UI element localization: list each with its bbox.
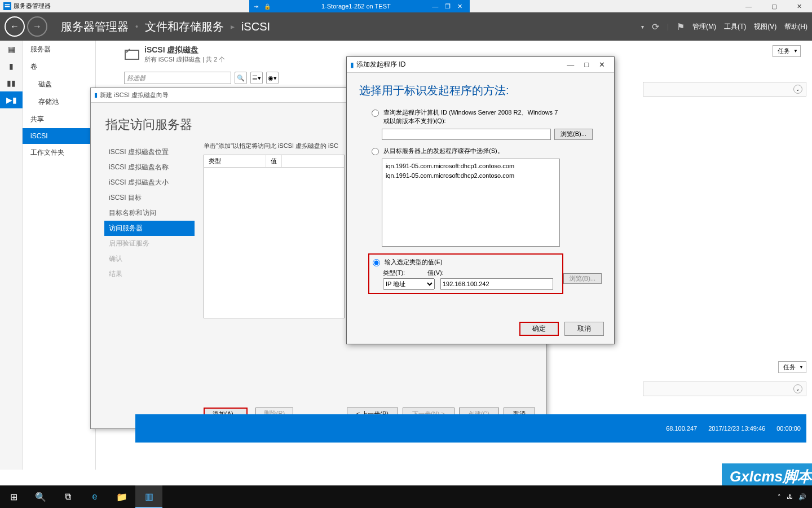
header-tools: ▾ ⟳ | ⚑ 管理(M) 工具(T) 视图(V) 帮助(H) — [641, 21, 807, 32]
search-button[interactable]: 🔍 — [27, 485, 54, 508]
radio-enter-value[interactable] — [373, 259, 380, 266]
sidebar-item-pools[interactable]: 存储池 — [23, 93, 95, 111]
wizard-step[interactable]: iSCSI 虚拟磁盘大小 — [104, 175, 195, 190]
vm-minimize-button[interactable]: — — [430, 3, 440, 10]
tray-network-icon[interactable]: 🖧 — [787, 493, 793, 500]
search-icon[interactable]: 🔍 — [235, 72, 247, 84]
tray-up-icon[interactable]: ˄ — [778, 493, 781, 501]
cache-item[interactable]: iqn.1991-05.com.microsoft:dhcp2.contoso.… — [386, 171, 556, 181]
tray[interactable]: ˄ 🖧 🔊 — [778, 493, 812, 501]
ok-button[interactable]: 确定 — [519, 322, 559, 336]
sidebar-item-disks[interactable]: 磁盘 — [23, 76, 95, 93]
nav-forward-button[interactable]: → — [27, 16, 47, 37]
pin-icon[interactable]: ⇥ — [254, 3, 258, 10]
wizard-icon: ▮ — [94, 91, 98, 99]
tasks-dropdown-2[interactable]: 任务 — [778, 361, 806, 373]
tools-menu[interactable]: 工具(T) — [724, 22, 746, 32]
dropdown-icon[interactable]: ▾ — [641, 24, 644, 30]
all-servers-icon[interactable]: ▮▮ — [0, 75, 23, 91]
ie-icon[interactable]: e — [81, 485, 108, 508]
vm-title: 1-Storage1-252 on TEST — [321, 3, 391, 10]
initiator-cache-list[interactable]: iqn.1991-05.com.microsoft:dhcp1.contoso.… — [382, 159, 560, 247]
sidebar-item-iscsi[interactable]: iSCSI — [23, 128, 95, 144]
radio-enter-label: 输入选定类型的值(E) — [385, 258, 443, 266]
close-button[interactable]: ✕ — [787, 0, 812, 12]
fileservices-icon[interactable]: ▶▮ — [0, 91, 23, 108]
manage-menu[interactable]: 管理(M) — [692, 22, 716, 32]
query-input[interactable] — [382, 129, 551, 140]
dialog-title: 添加发起程序 ID — [356, 60, 405, 69]
cache-item[interactable]: iqn.1991-05.com.microsoft:dhcp1.contoso.… — [386, 161, 556, 171]
dialog-close-button[interactable]: ✕ — [599, 60, 605, 69]
breadcrumb-root[interactable]: 服务器管理器 — [61, 19, 129, 34]
wizard-step: 结果 — [104, 266, 195, 282]
breadcrumb-leaf: iSCSI — [241, 20, 270, 33]
filter-input[interactable] — [124, 72, 231, 84]
dialog-title-bar: ▮ 添加发起程序 ID — □ ✕ — [347, 57, 614, 73]
col-type: 类型 — [204, 155, 266, 167]
dialog-icon: ▮ — [350, 61, 354, 69]
flag-icon[interactable]: ⚑ — [677, 21, 685, 32]
initiators-table[interactable]: 类型 值 — [204, 155, 345, 318]
type-select[interactable]: IP 地址 — [383, 278, 435, 290]
sidebar: 服务器 卷 磁盘 存储池 共享 iSCSI 工作文件夹 — [23, 41, 96, 470]
dashboard-icon[interactable]: ▦ — [0, 41, 23, 58]
wizard-step[interactable]: 目标名称和访问 — [104, 205, 195, 221]
selected-session-row[interactable]: 68.100.247 2017/12/23 13:49:46 00:00:00 — [135, 414, 806, 443]
wizard-step[interactable]: iSCSI 虚拟磁盘位置 — [104, 144, 195, 160]
minimize-button[interactable]: — — [736, 0, 761, 12]
chevron-down-icon[interactable]: ⌄ — [793, 85, 802, 94]
wizard-step-active[interactable]: 访问服务器 — [104, 221, 195, 236]
value-label: 值(V): — [427, 269, 444, 277]
wizard-step[interactable]: iSCSI 目标 — [104, 190, 195, 205]
wizard-step[interactable]: iSCSI 虚拟磁盘名称 — [104, 160, 195, 175]
app-icon — [3, 2, 11, 10]
sidebar-item-workfolders[interactable]: 工作文件夹 — [23, 144, 95, 161]
start-button[interactable]: ⊞ — [0, 485, 27, 508]
radio-cache[interactable] — [372, 148, 379, 155]
maximize-button[interactable]: ▢ — [761, 0, 787, 12]
browse-button-disabled: 浏览(B)... — [563, 273, 602, 284]
sidebar-item-shares[interactable]: 共享 — [23, 111, 95, 128]
taskview-button[interactable]: ⧉ — [54, 485, 81, 508]
dialog-maximize-button[interactable]: □ — [584, 60, 589, 69]
vm-restore-button[interactable]: ❐ — [443, 3, 453, 10]
icon-rail: ▦ ▮ ▮▮ ▶▮ — [0, 41, 23, 470]
sidebar-item-volumes[interactable]: 卷 — [23, 58, 95, 76]
chevron-down-icon[interactable]: ⌄ — [793, 384, 802, 393]
svg-rect-1 — [5, 4, 10, 5]
collapsed-panel-1[interactable]: ⌄ — [643, 82, 806, 97]
filter-tag-icon[interactable]: ◉▾ — [266, 72, 279, 84]
lock-icon[interactable]: 🔒 — [264, 3, 271, 10]
vm-close-button[interactable]: ✕ — [455, 3, 465, 10]
section-subtitle: 所有 iSCSI 虚拟磁盘 | 共 2 个 — [144, 55, 225, 64]
refresh-icon[interactable]: ⟳ — [652, 21, 659, 32]
type-label: 类型(T): — [383, 269, 405, 277]
radio-query-label: 查询发起程序计算机 ID (Windows Server 2008 R2、Win… — [383, 108, 558, 125]
tasks-dropdown[interactable]: 任务 — [773, 45, 801, 57]
wizard-title: 新建 iSCSI 虚拟磁盘向导 — [100, 91, 169, 99]
explorer-icon[interactable]: 📁 — [108, 485, 135, 508]
radio-query[interactable] — [372, 110, 379, 117]
local-server-icon[interactable]: ▮ — [0, 58, 23, 75]
row-time: 2017/12/23 13:49:46 — [708, 425, 765, 432]
taskbar: ⊞ 🔍 ⧉ e 📁 ▥ ˄ 🖧 🔊 — [0, 485, 812, 508]
nav-back-button[interactable]: ← — [5, 16, 25, 37]
breadcrumb-mid[interactable]: 文件和存储服务 — [145, 19, 224, 34]
dialog-minimize-button[interactable]: — — [567, 60, 574, 69]
help-menu[interactable]: 帮助(H) — [784, 22, 807, 32]
browse-button[interactable]: 浏览(B)... — [554, 129, 593, 140]
sidebar-item-servers[interactable]: 服务器 — [23, 41, 95, 58]
filter-menu-icon[interactable]: ☰▾ — [250, 72, 263, 84]
view-menu[interactable]: 视图(V) — [754, 22, 776, 32]
collapsed-panel-2[interactable]: ⌄ — [643, 382, 806, 396]
cancel-button[interactable]: 取消 — [564, 322, 604, 336]
server-manager-taskbar-icon[interactable]: ▥ — [135, 485, 162, 508]
selected-option-highlight: 输入选定类型的值(E) 类型(T): 值(V): IP 地址 — [368, 253, 563, 294]
wizard-steps: iSCSI 虚拟磁盘位置 iSCSI 虚拟磁盘名称 iSCSI 虚拟磁盘大小 i… — [104, 144, 195, 282]
dialog-body: 查询发起程序计算机 ID (Windows Server 2008 R2、Win… — [347, 98, 614, 294]
row-ip: 68.100.247 — [666, 425, 697, 432]
value-input[interactable] — [440, 278, 553, 290]
dialog-buttons: 确定 取消 — [519, 322, 604, 336]
tray-volume-icon[interactable]: 🔊 — [798, 493, 806, 501]
